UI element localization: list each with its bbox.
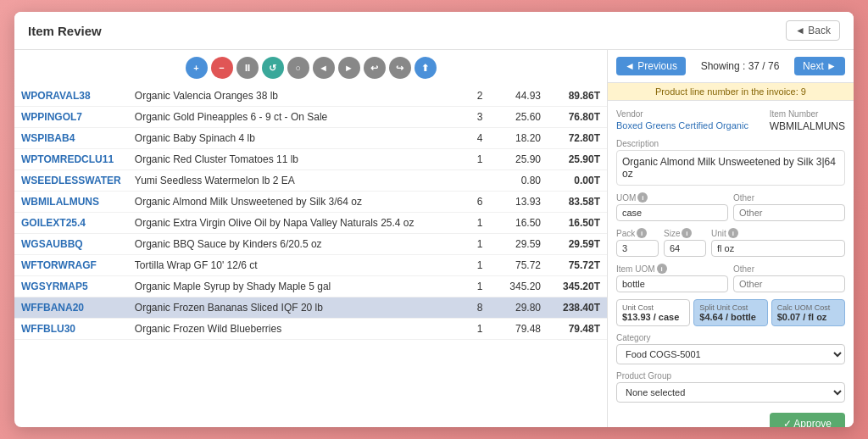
uom-other-group: Other [733, 193, 845, 221]
unit-group: Unit i fl oz [711, 228, 845, 257]
items-table: WPORAVAL38 Organic Valencia Oranges 38 l… [14, 86, 607, 340]
row-code: WGSAUBBQ [14, 234, 128, 255]
unit-label: Unit i [711, 228, 845, 238]
row-description: Yumi Seedless Watermelon lb 2 EA [128, 170, 463, 192]
row-price: 79.48 [497, 319, 548, 340]
table-row[interactable]: WGSYRMAP5 Organic Maple Syrup by Shady M… [14, 276, 607, 297]
row-qty: 4 [463, 128, 497, 149]
item-uom-other-input[interactable] [733, 275, 845, 292]
row-price: 44.93 [497, 86, 548, 107]
row-price: 29.80 [497, 297, 548, 319]
prev-page-button[interactable]: ◄ [313, 57, 335, 79]
vendor-group: Vendor Boxed Greens Certified Organic [616, 109, 761, 132]
uom-row: UOM i case Other [616, 192, 845, 221]
row-price: 25.60 [497, 107, 548, 128]
row-total: 25.90T [548, 149, 607, 170]
previous-button[interactable]: ◄ Previous [616, 57, 686, 75]
unit-cost-value: $13.93 / case [622, 312, 684, 322]
back-button[interactable]: ◄ Back [786, 20, 840, 41]
item-uom-label: Item UOM i [616, 264, 728, 274]
row-total: 345.20T [548, 276, 607, 297]
size-group: Size i [664, 228, 706, 257]
split-cost-value: $4.64 / bottle [699, 312, 761, 322]
pack-size-unit-row: Pack i Size i Unit [616, 228, 845, 257]
export-button[interactable]: ⬆ [415, 57, 437, 79]
uom-group: UOM i case [616, 192, 728, 221]
vendor-label: Vendor [616, 109, 761, 119]
category-label: Category [616, 333, 845, 342]
item-uom-select[interactable]: bottle [616, 275, 728, 292]
calc-cost-value: $0.07 / fl oz [777, 312, 839, 322]
left-panel: + − ⏸ ↺ ○ ◄ ► ↩ ↪ ⬆ WPORAVAL38 Organic V… [14, 50, 608, 427]
item-uom-group: Item UOM i bottle [616, 264, 728, 292]
zoom-in-button[interactable]: + [186, 57, 208, 79]
table-row[interactable]: WPPINGOL7 Organic Gold Pineapples 6 - 9 … [14, 107, 607, 128]
uom-other-input[interactable] [733, 204, 845, 221]
table-row[interactable]: WGSAUBBQ Organic BBQ Sauce by Kinders 6/… [14, 234, 607, 255]
table-row[interactable]: WBMILALMUNS Organic Almond Milk Unsweete… [14, 192, 607, 213]
row-code: WFFBANA20 [14, 297, 128, 319]
row-description: Organic Gold Pineapples 6 - 9 ct - On Sa… [128, 107, 463, 128]
size-label: Size i [664, 228, 706, 238]
vendor-value: Boxed Greens Certified Organic [616, 120, 761, 131]
product-group-select[interactable]: None selected [616, 382, 845, 403]
table-row[interactable]: WPORAVAL38 Organic Valencia Oranges 38 l… [14, 86, 607, 107]
table-row[interactable]: WSEEDLESSWATER Yumi Seedless Watermelon … [14, 170, 607, 192]
table-row[interactable]: WFFBLU30 Organic Frozen Wild Blueberries… [14, 319, 607, 340]
row-description: Organic Maple Syrup by Shady Maple 5 gal [128, 276, 463, 297]
pack-group: Pack i [616, 228, 659, 257]
row-total: 29.59T [548, 234, 607, 255]
items-table-container[interactable]: WPORAVAL38 Organic Valencia Oranges 38 l… [14, 86, 607, 427]
row-qty: 1 [463, 319, 497, 340]
size-input[interactable] [664, 240, 706, 257]
redo-button[interactable]: ↪ [389, 57, 411, 79]
description-label: Description [616, 139, 845, 148]
row-total: 238.40T [548, 297, 607, 319]
item-uom-other-group: Other [733, 264, 845, 292]
pause-button[interactable]: ⏸ [236, 57, 259, 79]
next-page-button[interactable]: ► [338, 57, 360, 79]
row-qty: 1 [463, 149, 497, 170]
zoom-out-button[interactable]: − [211, 57, 233, 79]
row-code: GOILEXT25.4 [14, 213, 128, 234]
undo-button[interactable]: ↩ [364, 57, 386, 79]
row-code: WGSYRMAP5 [14, 276, 128, 297]
row-description: Organic Frozen Bananas Sliced IQF 20 lb [128, 297, 463, 319]
table-row[interactable]: WFFBANA20 Organic Frozen Bananas Sliced … [14, 297, 607, 319]
split-unit-cost-box: Split Unit Cost $4.64 / bottle [693, 299, 767, 326]
row-qty: 2 [463, 86, 497, 107]
description-value[interactable]: Organic Almond Milk Unsweetened by Silk … [616, 150, 845, 186]
category-select[interactable]: Food COGS-5001 [616, 344, 845, 364]
main-window: Item Review ◄ Back + − ⏸ ↺ ○ ◄ ► ↩ ↪ ⬆ [14, 12, 854, 427]
row-qty: 1 [463, 276, 497, 297]
circle-button[interactable]: ○ [287, 57, 309, 79]
split-cost-label: Split Unit Cost [699, 303, 761, 312]
approve-button[interactable]: ✓ Approve [770, 413, 845, 427]
header: Item Review ◄ Back [14, 12, 854, 50]
next-button[interactable]: Next ► [794, 57, 845, 75]
row-description: Organic BBQ Sauce by Kinders 6/20.5 oz [128, 234, 463, 255]
pack-info-icon: i [637, 228, 647, 238]
row-qty: 1 [463, 234, 497, 255]
product-line-bar: Product line number in the invoice: 9 [608, 83, 854, 101]
row-description: Organic Valencia Oranges 38 lb [128, 86, 463, 107]
page-title: Item Review [28, 24, 102, 38]
row-price: 13.93 [497, 192, 548, 213]
row-qty: 8 [463, 297, 497, 319]
table-row[interactable]: GOILEXT25.4 Organic Extra Virgin Olive O… [14, 213, 607, 234]
row-total: 16.50T [548, 213, 607, 234]
size-info-icon: i [682, 228, 692, 238]
pack-input[interactable] [616, 240, 659, 257]
row-code: WSPIBAB4 [14, 128, 128, 149]
costs-row: Unit Cost $13.93 / case Split Unit Cost … [616, 299, 845, 326]
table-row[interactable]: WFTORWRAGF Tortilla Wrap GF 10' 12/6 ct … [14, 255, 607, 276]
row-description: Organic Almond Milk Unsweetened by Silk … [128, 192, 463, 213]
uom-select[interactable]: case [616, 204, 728, 221]
table-row[interactable]: WPTOMREDCLU11 Organic Red Cluster Tomato… [14, 149, 607, 170]
refresh-button[interactable]: ↺ [262, 57, 284, 79]
table-row[interactable]: WSPIBAB4 Organic Baby Spinach 4 lb 4 18.… [14, 128, 607, 149]
row-qty: 1 [463, 213, 497, 234]
calc-uom-cost-box: Calc UOM Cost $0.07 / fl oz [771, 299, 845, 326]
row-total: 75.72T [548, 255, 607, 276]
unit-select[interactable]: fl oz [711, 240, 845, 257]
